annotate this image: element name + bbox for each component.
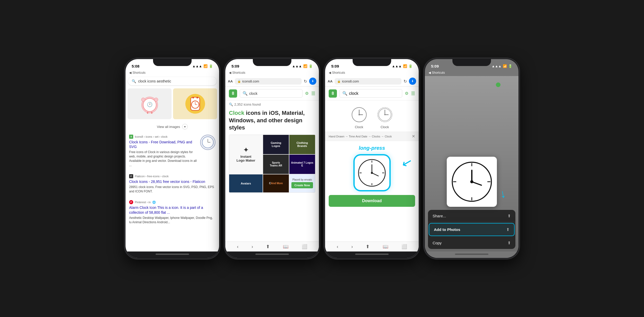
icon-item-gray[interactable]: Clock bbox=[350, 106, 368, 129]
icons8-search-bar-3[interactable]: 🔍 icons8.com clock bbox=[339, 89, 402, 98]
time-1: 5:08 bbox=[132, 64, 139, 68]
browser-address-3[interactable]: 🔒 icons8.com bbox=[335, 78, 401, 85]
screen-4: 5:09 ▲▲▲ 📶 🔋 ◀ Shortcuts bbox=[425, 59, 518, 258]
battery-icon-4: 🔋 bbox=[508, 64, 512, 68]
icon-item-outlined[interactable]: Clock bbox=[376, 106, 394, 129]
tabs-btn-3[interactable]: ⬜ bbox=[401, 244, 407, 249]
add-photos-icon: ⬆ bbox=[506, 227, 509, 232]
home-bar-3 bbox=[355, 254, 389, 255]
menu-icon-2[interactable]: ☰ bbox=[311, 91, 315, 96]
result-title-3[interactable]: Alarm Clock Icon This is a icon. It is a… bbox=[129, 205, 216, 215]
icons8-search-bar[interactable]: 🔍 clock bbox=[240, 89, 302, 98]
filter-icon-2[interactable]: ⚙ bbox=[305, 91, 309, 96]
ad-avatars[interactable]: Avatars bbox=[229, 174, 263, 192]
add-to-photos-label: Add to Photos bbox=[434, 227, 460, 232]
shortcuts-label-4: Shortcuts bbox=[432, 71, 445, 74]
tabs-btn-2[interactable]: ⬜ bbox=[302, 244, 307, 249]
copy-label: Copy bbox=[433, 241, 442, 245]
browser-address-2[interactable]: 🔒 icons8.com bbox=[235, 78, 302, 85]
image-thumb-2[interactable] bbox=[173, 88, 217, 119]
browser-download-btn-2[interactable]: ⬇ bbox=[309, 78, 316, 85]
page-title-h1: Clock icons in iOS, Material, Windows, a… bbox=[229, 109, 315, 132]
share-item-copy[interactable]: Copy ⬆ bbox=[428, 237, 515, 249]
ad-instant-logo[interactable]: ✦ InstantLogo Maker bbox=[229, 135, 263, 174]
svg-rect-3 bbox=[147, 112, 148, 114]
ad-sports-teams[interactable]: SportsTeams AR bbox=[263, 155, 289, 174]
ad-gaming-logos[interactable]: GamingLogos bbox=[263, 135, 289, 154]
ad-and-more[interactable]: CAnd More bbox=[263, 174, 289, 192]
google-search-bar[interactable]: 🔍 clock icons aesthetic bbox=[128, 77, 217, 85]
time-2: 5:09 bbox=[231, 64, 239, 68]
bookmarks-btn-2[interactable]: 📖 bbox=[283, 244, 289, 249]
battery-icon-3: 🔋 bbox=[408, 64, 413, 68]
refresh-icon-2[interactable]: ↻ bbox=[304, 79, 307, 84]
forward-btn-2[interactable]: › bbox=[252, 244, 253, 249]
share-menu-4[interactable]: Share... ⬆ Add to Photos ⬆ Copy ⬆ bbox=[428, 210, 515, 249]
favicon-pinterest: P bbox=[129, 200, 133, 204]
svg-point-25 bbox=[384, 114, 385, 115]
browser-aa-2[interactable]: AA bbox=[228, 79, 233, 83]
svg-point-33 bbox=[371, 172, 373, 174]
screen-content-2: AA 🔒 icons8.com ↻ ⬇ 8 🔍 clock bbox=[225, 76, 319, 251]
forward-btn-3[interactable]: › bbox=[351, 244, 353, 249]
phone-4: 5:09 ▲▲▲ 📶 🔋 ◀ Shortcuts bbox=[424, 58, 519, 259]
download-button-3[interactable]: Download bbox=[329, 195, 415, 207]
browser-aa-3[interactable]: AA bbox=[328, 79, 333, 83]
shortcuts-bar-1: ◀ ◀ Shortcuts Shortcuts bbox=[126, 70, 219, 76]
clock-gray-svg bbox=[351, 106, 368, 123]
home-bar-2 bbox=[255, 254, 289, 255]
menu-icon-3[interactable]: ☰ bbox=[411, 91, 415, 96]
share-btn-2[interactable]: ⬆ bbox=[266, 244, 270, 249]
filter-icon-3[interactable]: ⚙ bbox=[405, 91, 408, 96]
page-title-section: Clock icons in iOS, Material, Windows, a… bbox=[225, 107, 319, 135]
expand-chevron[interactable]: ▼ bbox=[182, 124, 188, 129]
browser-nav-2: ‹ › ⬆ 📖 ⬜ bbox=[225, 241, 319, 251]
ad-clothing-brands[interactable]: ClothingBrands bbox=[289, 135, 315, 154]
share-btn-3[interactable]: ⬆ bbox=[366, 244, 370, 249]
icons8-logo-3[interactable]: 8 bbox=[329, 89, 337, 98]
clothing-brands-label: ClothingBrands bbox=[297, 141, 308, 147]
lock-icon-2: 🔒 bbox=[237, 80, 241, 83]
search-result-3[interactable]: P Pinterest › in 🌐 Alarm Clock Icon This… bbox=[126, 198, 219, 227]
image-thumb-1[interactable]: 🕐 bbox=[128, 88, 172, 119]
search-query-1: clock icons aesthetic bbox=[138, 79, 171, 83]
lock-icon-3: 🔒 bbox=[337, 80, 341, 83]
clock-label-outlined: Clock bbox=[381, 125, 389, 129]
view-all-images-row[interactable]: View all images ▼ bbox=[126, 123, 219, 132]
svg-rect-4 bbox=[151, 112, 152, 114]
shortcuts-arrow-3: ◀ bbox=[329, 71, 331, 74]
long-press-section: long-press bbox=[325, 141, 419, 191]
home-indicator-3 bbox=[325, 251, 419, 258]
screen-1: 5:08 ▲▲▲ 📶 🔋 ◀ ◀ Shortcuts Shortcuts 🔍 c… bbox=[126, 59, 219, 258]
clock-outlined-svg bbox=[377, 106, 393, 123]
back-btn-2[interactable]: ‹ bbox=[237, 244, 238, 249]
ad-animated-logos[interactable]: Animated 7 Logos E bbox=[289, 155, 315, 174]
home-indicator-2 bbox=[225, 251, 319, 258]
share-item-share[interactable]: Share... ⬆ bbox=[428, 210, 515, 222]
search-result-1[interactable]: 8 Icons8 › icons › set › clock Clock Ico… bbox=[126, 132, 219, 170]
placeit-btn[interactable]: Create Now bbox=[291, 182, 313, 188]
refresh-icon-3[interactable]: ↻ bbox=[404, 79, 407, 84]
icons8-logo-2[interactable]: 8 bbox=[229, 89, 237, 98]
placeit-text: Placeit by envato bbox=[292, 178, 312, 181]
screen-content-3: AA 🔒 icons8.com ↻ ⬇ 8 🔍 icons8.com bbox=[325, 76, 419, 251]
bookmarks-btn-3[interactable]: 📖 bbox=[383, 244, 388, 249]
popup-close-btn[interactable]: ✕ bbox=[412, 134, 415, 139]
gaming-logos-label: GamingLogos bbox=[271, 141, 281, 147]
svg-point-13 bbox=[192, 97, 194, 98]
avatars-label: Avatars bbox=[241, 182, 251, 185]
browser-download-btn-3[interactable]: ⬇ bbox=[409, 78, 416, 85]
result-title-1[interactable]: Clock Icons - Free Download, PNG and SVG bbox=[129, 140, 198, 149]
phone-3: 5:09 ▲▲▲ 📶 🔋 ◀ Shortcuts AA 🔒 icons8.com bbox=[324, 58, 419, 259]
ad-placeit[interactable]: Placeit by envato Create Now bbox=[289, 174, 315, 192]
notch-4 bbox=[452, 58, 491, 66]
result-title-2[interactable]: Clock Icons - 28,951 free vector icons -… bbox=[129, 179, 216, 184]
highlighted-icon-3[interactable] bbox=[353, 154, 391, 191]
search-result-2[interactable]: F Flaticon › free-icons › clock Clock Ic… bbox=[126, 172, 219, 196]
status-icons-1: ▲▲▲ 📶 🔋 bbox=[192, 64, 213, 68]
back-btn-3[interactable]: ‹ bbox=[337, 244, 338, 249]
animated-logos-label: Animated 7 Logos E bbox=[291, 161, 314, 167]
share-item-add-photos[interactable]: Add to Photos ⬆ bbox=[429, 223, 515, 236]
notch-3 bbox=[353, 58, 391, 66]
shortcuts-bar-2: ◀ Shortcuts bbox=[225, 70, 319, 76]
